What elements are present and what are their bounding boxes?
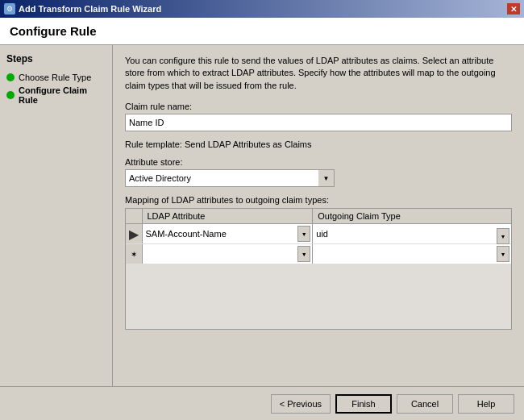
new-row: ✶ ▼ xyxy=(126,244,511,264)
outgoing-claim-select-wrapper: ▼ xyxy=(314,228,509,239)
table-header-row: LDAP Attribute Outgoing Claim Type xyxy=(126,209,511,224)
content-area: Steps Choose Rule Type Configure Claim R… xyxy=(0,45,524,386)
mapping-table-container: LDAP Attribute Outgoing Claim Type ▶ xyxy=(125,208,512,330)
mapping-group: Mapping of LDAP attributes to outgoing c… xyxy=(125,195,512,330)
th-outgoing-claim-type: Outgoing Claim Type xyxy=(313,209,511,224)
window-title: Add Transform Claim Rule Wizard xyxy=(19,4,161,14)
new-outgoing-cell[interactable]: ▼ xyxy=(313,244,511,264)
title-bar: ⚙ Add Transform Claim Rule Wizard ✕ xyxy=(0,0,524,18)
new-row-star-icon: ✶ xyxy=(131,250,137,259)
empty-rows xyxy=(126,264,511,329)
new-outgoing-select[interactable] xyxy=(314,246,509,262)
main-content: You can configure this rule to send the … xyxy=(113,45,524,386)
outgoing-claim-type-cell[interactable]: ▼ xyxy=(313,224,511,244)
ldap-attribute-select-wrapper: SAM-Account-Name ▼ xyxy=(144,226,311,242)
sidebar-item-configure-claim-rule[interactable]: Configure Claim Rule xyxy=(6,84,106,106)
mapping-table: LDAP Attribute Outgoing Claim Type ▶ xyxy=(126,209,511,329)
table-row: ▶ SAM-Account-Name ▼ xyxy=(126,224,511,244)
ldap-attribute-cell[interactable]: SAM-Account-Name ▼ xyxy=(142,224,313,244)
th-ldap-attribute: LDAP Attribute xyxy=(142,209,313,224)
row-indicator-cell: ▶ xyxy=(126,224,142,244)
th-indicator xyxy=(126,209,142,224)
claim-rule-name-input[interactable] xyxy=(125,114,512,131)
ldap-attribute-select[interactable]: SAM-Account-Name xyxy=(144,226,311,242)
attribute-store-label: Attribute store: xyxy=(125,157,512,167)
description: You can configure this rule to send the … xyxy=(125,55,512,92)
main-window: Configure Rule Steps Choose Rule Type Co… xyxy=(0,18,524,420)
finish-button[interactable]: Finish xyxy=(335,394,392,414)
outgoing-claim-input[interactable] xyxy=(314,228,509,239)
attribute-store-wrapper: Active Directory ▼ xyxy=(125,169,335,187)
close-button[interactable]: ✕ xyxy=(507,3,520,15)
help-button[interactable]: Help xyxy=(458,394,514,414)
sidebar-title: Steps xyxy=(6,53,106,64)
title-bar-left: ⚙ Add Transform Claim Rule Wizard xyxy=(4,3,161,15)
claim-rule-name-group: Claim rule name: xyxy=(125,102,512,131)
previous-button[interactable]: < Previous xyxy=(271,394,331,414)
mapping-label: Mapping of LDAP attributes to outgoing c… xyxy=(125,195,512,205)
new-ldap-cell[interactable]: ▼ xyxy=(142,244,313,264)
attribute-store-select[interactable]: Active Directory xyxy=(125,169,335,187)
sidebar-item-label: Choose Rule Type xyxy=(19,73,91,82)
new-row-indicator-cell: ✶ xyxy=(126,244,142,264)
rule-template: Rule template: Send LDAP Attributes as C… xyxy=(125,139,512,149)
row-active-indicator: ▶ xyxy=(129,227,139,241)
new-ldap-select-wrapper: ▼ xyxy=(144,246,311,262)
new-outgoing-wrapper: ▼ xyxy=(314,246,509,262)
sidebar-item-label: Configure Claim Rule xyxy=(19,85,106,105)
footer: < Previous Finish Cancel Help xyxy=(0,386,524,420)
step-indicator xyxy=(6,91,15,99)
new-ldap-select[interactable] xyxy=(144,246,311,262)
cancel-button[interactable]: Cancel xyxy=(397,394,453,414)
page-title: Configure Rule xyxy=(10,24,514,38)
step-indicator xyxy=(6,73,15,81)
sidebar-item-choose-rule-type[interactable]: Choose Rule Type xyxy=(6,71,106,84)
page-title-bar: Configure Rule xyxy=(0,18,524,45)
sidebar: Steps Choose Rule Type Configure Claim R… xyxy=(0,45,113,386)
claim-rule-name-label: Claim rule name: xyxy=(125,102,512,111)
attribute-store-group: Attribute store: Active Directory ▼ xyxy=(125,157,512,187)
wizard-icon: ⚙ xyxy=(4,3,15,15)
